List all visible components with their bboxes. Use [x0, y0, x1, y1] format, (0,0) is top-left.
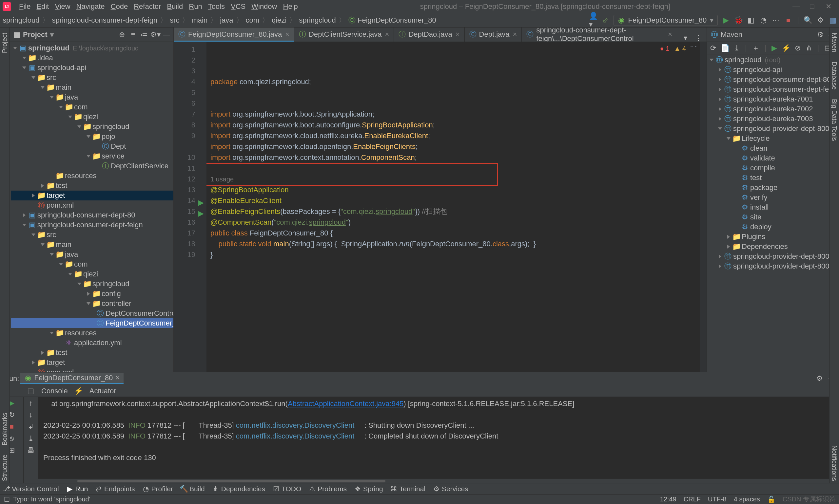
editor-tab[interactable]: ⒸDept.java×: [465, 28, 522, 41]
maven-toolbar[interactable]: ⟳ 📄 ⤓ | ＋ | ▶ ⚡ ⊘ ⋔ | ⊟ ✦: [707, 42, 839, 54]
crumb[interactable]: main: [192, 16, 207, 24]
maven-item[interactable]: ⚙package: [707, 183, 839, 193]
tree-root[interactable]: ▣springcloudE:\logback\springcloud: [11, 43, 173, 53]
console-scrollbar[interactable]: [38, 479, 839, 483]
status-icon[interactable]: ☐: [3, 496, 11, 503]
project-tree[interactable]: ▣springcloudE:\logback\springcloud📁.idea…: [0, 42, 173, 372]
menu-window[interactable]: Window: [251, 2, 277, 11]
tree-item[interactable]: 📁target: [11, 358, 173, 367]
run-icon[interactable]: ▶: [722, 17, 730, 24]
maven-item[interactable]: ⓜspringcloud-provider-dept-8001: [707, 124, 839, 133]
menu-tools[interactable]: Tools: [208, 2, 225, 11]
locate-icon[interactable]: ⊕: [118, 31, 125, 38]
hide-icon[interactable]: —: [163, 31, 170, 38]
right-tool-strip[interactable]: Maven Database Big Data Tools Notificati…: [829, 28, 839, 483]
tree-item[interactable]: 📁springcloud: [11, 122, 173, 132]
window-controls[interactable]: — □ ✕: [792, 2, 839, 11]
maven-item[interactable]: 📁Dependencies: [707, 242, 839, 252]
crumb[interactable]: src: [170, 16, 179, 24]
readonly-icon[interactable]: 🔓: [767, 496, 775, 503]
settings-icon[interactable]: ⚙: [817, 17, 824, 24]
maven-item[interactable]: ⓜspringcloud (root): [707, 55, 839, 65]
close-icon[interactable]: ×: [513, 30, 517, 39]
close-icon[interactable]: ✕: [825, 2, 832, 11]
maven-item[interactable]: ⚙compile: [707, 163, 839, 173]
tree-item[interactable]: ⒸFeignDeptConsumer_80: [11, 318, 173, 328]
caret-pos[interactable]: 12:49: [660, 496, 677, 503]
collapse-icon[interactable]: ≔: [141, 31, 148, 38]
crumb[interactable]: ⓒ FeignDeptConsumer_80: [348, 15, 436, 25]
maven-item[interactable]: ⓜspringcloud-eureka-7002: [707, 104, 839, 114]
bottom-profiler[interactable]: ◔Profiler: [143, 485, 173, 493]
tree-item[interactable]: 📁target: [11, 191, 173, 200]
user-icon[interactable]: 👤▾: [590, 17, 597, 24]
side-tab-structure[interactable]: Structure: [1, 453, 8, 483]
tree-item[interactable]: 📁main: [11, 240, 173, 250]
download-icon[interactable]: ⤓: [734, 44, 740, 52]
toggle-icon[interactable]: ⊘: [795, 44, 801, 52]
maven-item[interactable]: ⓜspringcloud-consumer-dept-feign: [707, 85, 839, 94]
tree-item[interactable]: 📁test: [11, 181, 173, 191]
tree-item[interactable]: 📁service: [11, 151, 173, 161]
tree-item[interactable]: 📁qiezi: [11, 269, 173, 279]
editor-tabs[interactable]: ⒸFeignDeptConsumer_80.java×ⒾDeptClientSe…: [174, 28, 706, 42]
crumb[interactable]: springcloud-consumer-dept-feign: [52, 16, 158, 24]
menu-vcs[interactable]: VCS: [231, 2, 245, 11]
crumb[interactable]: java: [220, 16, 233, 24]
tree-item[interactable]: 📁springcloud: [11, 279, 173, 289]
crumb[interactable]: springcloud: [3, 16, 40, 24]
menu-file[interactable]: File: [19, 2, 31, 11]
indent[interactable]: 4 spaces: [734, 496, 760, 503]
stop-icon[interactable]: ■: [785, 17, 792, 24]
tree-item[interactable]: 📁qiezi: [11, 112, 173, 122]
bottom-endpoints[interactable]: ⇄Endpoints: [96, 485, 135, 493]
maven-item[interactable]: ⚙validate: [707, 153, 839, 163]
tree-item[interactable]: 📁controller: [11, 299, 173, 308]
menu-view[interactable]: View: [55, 2, 70, 11]
down-icon[interactable]: ↓: [27, 411, 34, 418]
gear-icon[interactable]: ⚙: [816, 375, 823, 382]
crumb[interactable]: springcloud: [299, 16, 336, 24]
tree-item[interactable]: ⓜpom.xml: [11, 200, 173, 210]
menu-edit[interactable]: Edit: [36, 2, 49, 11]
eol[interactable]: CRLF: [684, 496, 701, 503]
tree-item[interactable]: 📁config: [11, 289, 173, 299]
tree-item[interactable]: 📁com: [11, 102, 173, 112]
more-icon[interactable]: ⋮: [695, 34, 702, 41]
close-icon[interactable]: ×: [668, 30, 672, 39]
run-icon[interactable]: ▶: [771, 44, 777, 52]
maximize-icon[interactable]: □: [809, 2, 816, 11]
profiler-icon[interactable]: ◔: [760, 17, 767, 24]
maven-item[interactable]: ⓜspringcloud-eureka-7001: [707, 94, 839, 104]
crumb[interactable]: com: [246, 16, 260, 24]
menu-help[interactable]: Help: [283, 2, 298, 11]
tree-item[interactable]: ⒸDeptConsumerController: [11, 308, 173, 318]
chevron-down-icon[interactable]: ▾: [50, 31, 54, 39]
close-icon[interactable]: ×: [456, 30, 460, 39]
tree-item[interactable]: 📁main: [11, 83, 173, 92]
bottom-build[interactable]: 🔨Build: [181, 485, 205, 493]
maven-item[interactable]: 📁Lifecycle: [707, 133, 839, 143]
run-config-selector[interactable]: ◉ FeignDeptConsumer_80 ▾: [613, 15, 718, 26]
chevron-down-icon[interactable]: ▾: [682, 34, 689, 41]
coverage-icon[interactable]: ◧: [747, 17, 754, 24]
left-tool-strip[interactable]: Project Bookmarks Structure: [0, 28, 10, 483]
breadcrumb[interactable]: springcloud〉springcloud-consumer-dept-fe…: [3, 15, 436, 25]
bottom-terminal[interactable]: ⌘Terminal: [391, 485, 425, 493]
bottom-services[interactable]: ⚙Services: [433, 485, 468, 493]
run-tab[interactable]: ◉ FeignDeptConsumer_80 ×: [20, 373, 124, 384]
bottom-run[interactable]: ▶Run: [67, 485, 88, 493]
maven-item[interactable]: ⓜspringcloud-api: [707, 65, 839, 75]
tree-item[interactable]: ⓜpom.xml: [11, 367, 173, 372]
tree-item[interactable]: 📁resources: [11, 328, 173, 338]
close-icon[interactable]: ×: [115, 374, 120, 382]
hammer-icon[interactable]: ⇙: [602, 17, 609, 24]
console-output[interactable]: at org.springframework.context.support.A…: [38, 397, 839, 479]
up-icon[interactable]: ↑: [27, 399, 34, 407]
close-icon[interactable]: ×: [285, 30, 290, 39]
close-icon[interactable]: ×: [385, 30, 389, 39]
wrap-icon[interactable]: ↲: [27, 423, 34, 430]
maven-item[interactable]: ⓜspringcloud-provider-dept-8002: [707, 252, 839, 261]
tree-item[interactable]: 📁src: [11, 230, 173, 240]
menu-run[interactable]: Run: [189, 2, 202, 11]
